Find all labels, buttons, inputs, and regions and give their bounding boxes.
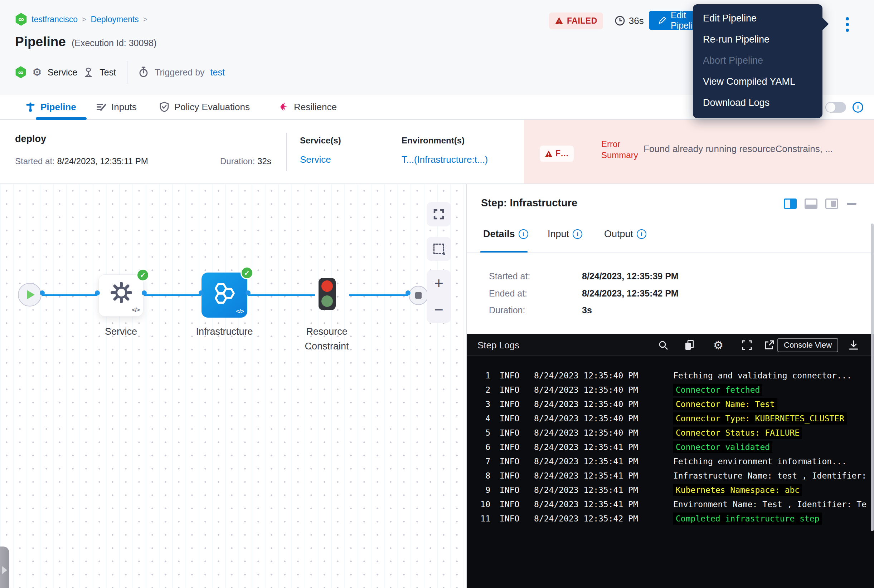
policy-shield-icon: [159, 102, 170, 112]
stage-started-at: Started at: 8/24/2023, 12:35:11 PM: [15, 156, 148, 166]
graph-edge: [144, 294, 201, 296]
warning-triangle-icon: [545, 150, 553, 158]
menu-item-download-logs[interactable]: Download Logs: [693, 92, 823, 113]
error-status-badge: F…: [540, 146, 574, 162]
log-search-button[interactable]: [657, 339, 669, 351]
panel-tab-details[interactable]: Details i: [483, 228, 528, 240]
stage-summary-bar: deploy Started at: 8/24/2023, 12:35:11 P…: [0, 120, 874, 184]
copy-logs-button[interactable]: [683, 339, 695, 351]
fullscreen-icon: [433, 209, 444, 220]
code-icon: </>: [236, 308, 244, 315]
layout-minimized-view-button[interactable]: [825, 198, 838, 209]
code-icon: </>: [132, 306, 140, 314]
pipeline-graph-canvas: ✓ </> ✓ </> Service Infrastructure Resou…: [0, 184, 466, 588]
infrastructure-hexagons-icon: [212, 281, 236, 306]
environment-link[interactable]: T...(Infrastructure:t...): [402, 154, 488, 165]
tab-policy-evaluations[interactable]: Policy Evaluations: [159, 95, 250, 119]
stage-name[interactable]: deploy: [15, 134, 46, 144]
page-title: Pipeline: [15, 34, 66, 50]
menu-item-rerun-pipeline[interactable]: Re-run Pipeline: [693, 29, 823, 50]
play-icon: [27, 290, 35, 299]
detail-duration-label: Duration:: [489, 305, 525, 315]
chevron-right-icon: >: [82, 15, 86, 24]
environment-icon: [83, 67, 94, 78]
tab-pipeline-label: Pipeline: [41, 102, 76, 112]
service-link[interactable]: Service: [300, 154, 331, 165]
triggered-by-value[interactable]: test: [211, 67, 225, 78]
console-view-button[interactable]: Console View: [777, 338, 838, 352]
breadcrumb-deployments-link[interactable]: Deployments: [90, 15, 138, 24]
tab-policy-evaluations-label: Policy Evaluations: [174, 102, 250, 112]
success-check-badge: ✓: [241, 267, 253, 279]
gear-icon: ⚙: [713, 339, 724, 351]
stopwatch-icon: [138, 66, 149, 78]
meta-divider: [127, 61, 128, 84]
edge-connector-dot: [245, 290, 251, 296]
zoom-out-button[interactable]: −: [427, 297, 451, 323]
canvas-fullscreen-button[interactable]: [427, 202, 451, 226]
log-line: 11INFO8/24/2023 12:35:42 PMCompleted inf…: [467, 512, 874, 526]
download-logs-button[interactable]: [847, 339, 860, 351]
open-logs-new-tab-button[interactable]: [763, 339, 775, 351]
detail-ended-value: 8/24/2023, 12:35:42 PM: [582, 288, 678, 298]
more-options-kebab-button[interactable]: [842, 14, 853, 34]
node-infrastructure[interactable]: ✓ </>: [202, 273, 247, 318]
panel-tab-output[interactable]: Output i: [604, 228, 646, 240]
tab-inputs[interactable]: Inputs: [96, 95, 137, 119]
info-icon[interactable]: i: [637, 229, 646, 239]
view-toggle-switch[interactable]: [825, 102, 846, 112]
header-status-cluster: FAILED 36s: [549, 11, 644, 31]
menu-item-view-compiled-yaml[interactable]: View Compiled YAML: [693, 71, 823, 92]
step-logs-console: Step Logs ⚙: [467, 334, 874, 588]
gear-icon: ⚙: [32, 67, 42, 78]
duration-value: 32s: [257, 156, 271, 166]
collapse-panel-button[interactable]: [847, 203, 856, 205]
node-resource-constraint[interactable]: [319, 278, 336, 310]
tab-pipeline[interactable]: Pipeline: [25, 95, 76, 119]
breadcrumb-project-link[interactable]: testfrancisco: [32, 15, 78, 24]
detail-duration-value: 3s: [582, 305, 592, 315]
marquee-select-icon: [433, 244, 444, 254]
panel-scrollbar[interactable]: [871, 224, 874, 531]
node-label-resource: Resource: [306, 326, 347, 337]
node-service[interactable]: ✓ </>: [98, 274, 143, 316]
resilience-chaos-icon: [278, 102, 289, 112]
menu-item-edit-pipeline[interactable]: Edit Pipeline: [693, 8, 823, 29]
detail-ended-label: Ended at:: [489, 288, 527, 298]
canvas-marquee-select-button[interactable]: [427, 237, 451, 261]
layout-bottom-view-button[interactable]: [805, 198, 817, 209]
graph-edge: [248, 294, 315, 296]
node-label-constraint: Constraint: [305, 341, 349, 352]
fullscreen-icon: [742, 340, 752, 351]
step-logs-toolbar: Step Logs ⚙: [467, 334, 874, 356]
traffic-light-green: [321, 296, 333, 307]
info-icon[interactable]: i: [853, 102, 863, 112]
service-meta-label: Service: [48, 67, 77, 78]
step-logs-title: Step Logs: [477, 340, 519, 351]
log-settings-button[interactable]: ⚙: [712, 339, 724, 351]
pipeline-end-node[interactable]: [409, 286, 428, 305]
pipeline-start-node[interactable]: [18, 283, 42, 306]
error-summary-zone: F… Error Summary Found already running r…: [524, 120, 874, 183]
elapsed-time-value: 36s: [629, 15, 644, 27]
log-line: 2INFO8/24/2023 12:35:40 PMConnector fetc…: [467, 383, 874, 397]
layout-right-view-button[interactable]: [784, 198, 797, 209]
node-label-service: Service: [105, 326, 137, 337]
step-panel-title: Step: Infrastructure: [481, 197, 577, 209]
left-panel-expander[interactable]: [0, 546, 9, 588]
log-line: 9INFO8/24/2023 12:35:41 PMKubernetes Nam…: [467, 483, 874, 497]
log-line: 4INFO8/24/2023 12:35:40 PMConnector Type…: [467, 411, 874, 426]
zoom-in-button[interactable]: +: [427, 270, 451, 297]
log-line: 7INFO8/24/2023 12:35:41 PMFetching envir…: [467, 454, 874, 468]
stage-duration: Duration: 32s: [220, 156, 271, 166]
success-check-badge: ✓: [136, 268, 149, 282]
log-line: 3INFO8/24/2023 12:35:40 PMConnector Name…: [467, 397, 874, 411]
info-icon[interactable]: i: [573, 229, 582, 239]
tab-resilience[interactable]: Resilience: [278, 95, 337, 119]
log-fullscreen-button[interactable]: [741, 339, 753, 351]
panel-tab-output-label: Output: [604, 228, 633, 240]
menu-item-abort-pipeline: Abort Pipeline: [693, 50, 823, 71]
edge-connector-dot: [142, 290, 147, 296]
info-icon[interactable]: i: [519, 229, 528, 239]
panel-tab-input[interactable]: Input i: [548, 228, 582, 240]
